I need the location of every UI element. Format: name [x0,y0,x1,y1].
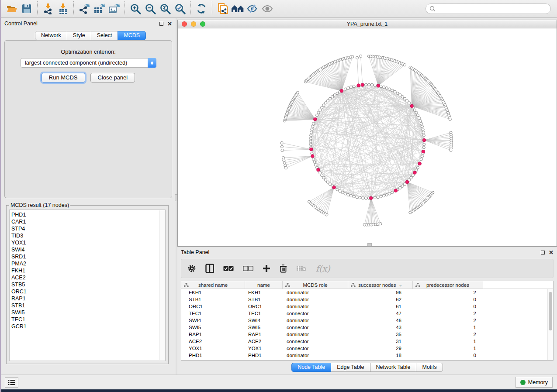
mcds-result-item[interactable]: STB1 [11,302,165,309]
mcds-list-scrollbar[interactable] [159,210,165,360]
zoom-fit-button[interactable] [158,1,173,16]
table-row[interactable]: TEC1TEC1connector472 [181,310,547,317]
network-window-title: YPA_prune.txt_1 [178,21,557,27]
column-header-shared-name[interactable]: shared name [181,281,245,289]
table-header: shared name name MCDS role successor nod… [181,281,553,289]
table-cell: ORC1 [181,303,245,310]
tab-node-table[interactable]: Node Table [291,363,331,372]
import-network-button[interactable] [41,1,55,16]
table-cell: dominator [283,317,348,324]
table-row[interactable]: STB1STB1dominator620 [181,296,547,303]
column-header-successor-nodes[interactable]: successor nodes ⌄ [348,281,413,289]
function-builder-button[interactable]: f(x) [316,264,330,273]
zoom-out-button[interactable] [143,1,158,16]
column-header-mcds-role[interactable]: MCDS role [283,281,348,289]
mcds-result-item[interactable]: TEC1 [11,316,165,323]
tab-edge-table[interactable]: Edge Table [331,363,370,372]
table-row[interactable]: RAP1RAP1dominator352 [181,331,547,338]
table-cell: dominator [283,331,348,338]
table-settings-button[interactable] [187,264,196,273]
mcds-result-item[interactable]: YOX1 [11,239,165,246]
float-panel-icon[interactable] [541,251,545,254]
mcds-result-item[interactable]: SRD1 [11,253,165,260]
export-table-button[interactable] [92,1,107,16]
zoom-selected-button[interactable] [173,1,187,16]
mcds-result-item[interactable]: ACE2 [11,274,165,281]
tab-network[interactable]: Network [35,31,67,40]
network-canvas[interactable] [178,28,557,246]
table-row[interactable]: ACE2ACE2connector311 [181,338,547,345]
mcds-result-item[interactable]: FKH1 [11,267,165,274]
mcds-result-item[interactable]: SWI4 [11,246,165,253]
close-panel-icon[interactable]: ✕ [167,22,172,26]
plus-icon [263,265,270,272]
column-header-predecessor-nodes[interactable]: predecessor nodes [413,281,483,289]
mcds-result-item[interactable]: PMA2 [11,260,165,267]
attribute-type-icon [351,283,356,287]
mcds-result-item[interactable]: STP4 [11,225,165,232]
export-network-button[interactable] [77,1,92,16]
deselect-all-button[interactable] [243,266,253,271]
memory-label: Memory [528,379,548,385]
tab-network-table[interactable]: Network Table [370,363,417,372]
mcds-result-item[interactable]: STB5 [11,281,165,288]
mcds-result-list[interactable]: PHD1CAR1STP4TID3YOX1SWI4SRD1PMA2FKH1ACE2… [9,210,166,361]
zoom-fit-icon [159,3,171,15]
table-row[interactable]: ORC1ORC1dominator610 [181,303,547,310]
table-row[interactable]: PHD1PHD1dominator180 [181,352,547,359]
table-row[interactable]: YOX1YOX1connector291 [181,345,547,352]
memory-button[interactable]: Memory [515,377,553,388]
table-row[interactable]: SWI5SWI5connector431 [181,324,547,331]
table-cell: 43 [348,324,413,331]
scrollbar-thumb[interactable] [549,292,552,330]
delete-table-button[interactable] [296,265,307,272]
control-panel: Control Panel ✕ Network Style Select MCD… [1,18,176,375]
show-all-button[interactable] [260,1,275,16]
zoom-in-button[interactable] [128,1,143,16]
close-panel-icon[interactable]: ✕ [549,251,554,254]
network-resize-grip[interactable] [367,243,372,246]
mcds-result-item[interactable]: CAR1 [11,218,165,225]
table-cell: 0 [413,296,483,303]
tab-select[interactable]: Select [91,31,118,40]
network-titlebar[interactable]: YPA_prune.txt_1 [178,20,557,28]
mcds-result-item[interactable]: TID3 [11,232,165,239]
export-image-button[interactable] [107,1,121,16]
table-row[interactable]: FKH1FKH1dominator962 [181,289,547,296]
table-row[interactable]: SWI4SWI4dominator462 [181,317,547,324]
table-scrollbar[interactable] [547,289,553,360]
save-session-button[interactable] [19,1,34,16]
table-type-tabs: Node Table Edge Table Network Table Moti… [177,363,557,372]
search-input[interactable] [436,6,547,12]
mcds-result-item[interactable]: SWI5 [11,309,165,316]
table-cell: FKH1 [181,289,245,296]
mcds-result-item[interactable]: RAP1 [11,295,165,302]
table-cell: 62 [348,296,413,303]
tab-motifs[interactable]: Motifs [416,363,443,372]
mcds-result-item[interactable]: GCR1 [11,323,165,330]
open-session-button[interactable] [4,1,19,16]
duplicate-network-button[interactable] [215,1,230,16]
split-panel-button[interactable] [205,264,214,273]
run-mcds-button[interactable]: Run MCDS [42,73,85,83]
first-neighbors-button[interactable] [230,1,245,16]
import-table-button[interactable] [55,1,70,16]
tab-mcds[interactable]: MCDS [118,31,146,40]
attribute-type-icon [415,283,420,287]
table-cell: 2 [413,310,483,317]
table-cell: 29 [348,345,413,352]
tab-style[interactable]: Style [67,31,91,40]
mcds-result-item[interactable]: ORC1 [11,288,165,295]
hide-selected-button[interactable] [245,1,260,16]
delete-column-button[interactable] [280,264,287,273]
task-history-button[interactable] [5,377,18,388]
refresh-layout-button[interactable] [194,1,209,16]
network-graph[interactable] [178,28,557,246]
mcds-result-item[interactable]: PHD1 [11,211,165,218]
optimization-criterion-select[interactable]: largest connected component (undirected) [21,58,156,68]
close-panel-button[interactable]: Close panel [90,73,135,83]
float-panel-icon[interactable] [159,22,163,26]
select-all-button[interactable] [223,266,234,271]
add-column-button[interactable] [263,265,270,272]
column-header-name[interactable]: name [245,281,283,289]
